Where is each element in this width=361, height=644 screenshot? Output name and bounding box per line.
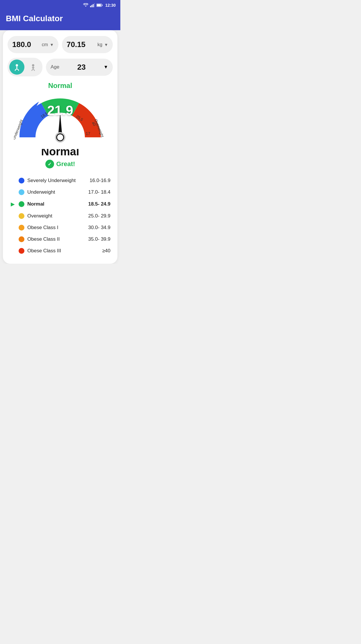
weight-unit: kg xyxy=(97,42,102,47)
category-name-obese-class-3: Obese Class III xyxy=(27,248,99,254)
gender-toggle[interactable] xyxy=(8,58,42,76)
category-range-obese-class-1: 30.0- 34.9 xyxy=(88,225,110,231)
dot-underweight xyxy=(19,189,24,195)
category-row-normal: ▶Normal18.5- 24.9 xyxy=(9,198,112,210)
dot-obese-class-1 xyxy=(19,225,24,231)
svg-rect-9 xyxy=(17,66,17,69)
category-range-obese-class-2: 35.0- 39.9 xyxy=(88,236,110,242)
category-name-severely-underweight: Severely Underweight xyxy=(27,178,87,184)
great-label: Great! xyxy=(56,160,75,168)
category-row-overweight: Overweight25.0- 29.9 xyxy=(9,210,112,222)
svg-rect-3 xyxy=(93,4,94,7)
age-input[interactable]: Age 23 ▼ xyxy=(46,59,113,76)
age-value: 23 xyxy=(77,63,86,72)
svg-rect-7 xyxy=(97,4,101,6)
signal-icon xyxy=(90,3,95,7)
svg-point-21 xyxy=(57,134,64,141)
check-icon: ✓ xyxy=(45,160,54,168)
app-header: BMI Calculator xyxy=(0,10,120,30)
age-label: Age xyxy=(51,64,59,70)
weight-chevron: ▼ xyxy=(104,42,108,47)
category-range-underweight: 17.0- 18.4 xyxy=(88,189,110,195)
category-name-obese-class-2: Obese Class II xyxy=(27,236,85,242)
male-gender-button[interactable] xyxy=(9,60,24,75)
gauge-section: Normal 17 18.5 25.5 40 Underwei xyxy=(8,82,113,168)
svg-marker-0 xyxy=(85,6,87,7)
weight-input[interactable]: 70.15 kg ▼ xyxy=(62,36,113,53)
battery-icon xyxy=(96,3,103,7)
category-range-obese-class-3: ≥40 xyxy=(102,248,110,254)
svg-rect-6 xyxy=(102,5,103,6)
category-name-overweight: Overweight xyxy=(27,213,85,219)
category-name-obese-class-1: Obese Class I xyxy=(27,225,85,231)
great-row: ✓ Great! xyxy=(45,160,75,168)
category-name-underweight: Underweight xyxy=(27,189,85,195)
category-name-normal: Normal xyxy=(27,201,85,207)
weight-value: 70.15 xyxy=(67,40,85,49)
wifi-icon xyxy=(83,3,88,7)
category-row-obese-class-3: Obese Class III≥40 xyxy=(9,245,112,257)
svg-rect-4 xyxy=(94,3,95,7)
dot-obese-class-3 xyxy=(19,248,24,254)
category-range-severely-underweight: 16.0-16.9 xyxy=(90,178,110,184)
main-card: 180.0 cm ▼ 70.15 kg ▼ xyxy=(3,30,117,264)
category-range-normal: 18.5- 24.9 xyxy=(88,201,110,207)
category-range-overweight: 25.0- 29.9 xyxy=(88,213,110,219)
svg-text:17: 17 xyxy=(86,131,90,136)
dot-obese-class-2 xyxy=(19,236,24,242)
gauge-container: 17 18.5 25.5 40 Underweight Overweight 2… xyxy=(14,91,107,143)
dot-normal xyxy=(19,201,24,207)
inputs-row: 180.0 cm ▼ 70.15 kg ▼ xyxy=(8,36,113,53)
height-chevron: ▼ xyxy=(50,42,54,47)
height-input[interactable]: 180.0 cm ▼ xyxy=(8,36,58,53)
dot-severely-underweight xyxy=(19,178,24,184)
gauge-svg: 17 18.5 25.5 40 Underweight Overweight xyxy=(14,91,107,149)
svg-point-8 xyxy=(16,64,18,66)
category-row-underweight: Underweight17.0- 18.4 xyxy=(9,186,112,198)
status-bar: 12:30 xyxy=(0,0,120,10)
app-title: BMI Calculator xyxy=(6,14,115,23)
category-row-obese-class-2: Obese Class II35.0- 39.9 xyxy=(9,233,112,245)
time-display: 12:30 xyxy=(105,3,116,8)
gauge-status-label: Normal xyxy=(48,82,72,90)
status-icons xyxy=(83,3,103,7)
svg-point-10 xyxy=(32,64,34,66)
categories-list: Severely Underweight16.0-16.9Underweight… xyxy=(8,175,113,257)
arrow-indicator-normal: ▶ xyxy=(10,201,16,207)
female-icon xyxy=(29,63,37,71)
height-value: 180.0 xyxy=(12,40,31,49)
female-gender-button[interactable] xyxy=(26,60,41,75)
height-unit-row: cm ▼ xyxy=(42,42,54,47)
height-unit: cm xyxy=(42,42,48,47)
category-row-obese-class-1: Obese Class I30.0- 34.9 xyxy=(9,222,112,233)
gender-age-row: Age 23 ▼ xyxy=(8,58,113,76)
svg-rect-1 xyxy=(90,6,91,7)
male-icon xyxy=(13,63,21,71)
weight-unit-row: kg ▼ xyxy=(97,42,108,47)
category-row-severely-underweight: Severely Underweight16.0-16.9 xyxy=(9,175,112,186)
age-chevron: ▼ xyxy=(103,64,108,70)
dot-overweight xyxy=(19,213,24,219)
svg-rect-2 xyxy=(92,5,92,7)
